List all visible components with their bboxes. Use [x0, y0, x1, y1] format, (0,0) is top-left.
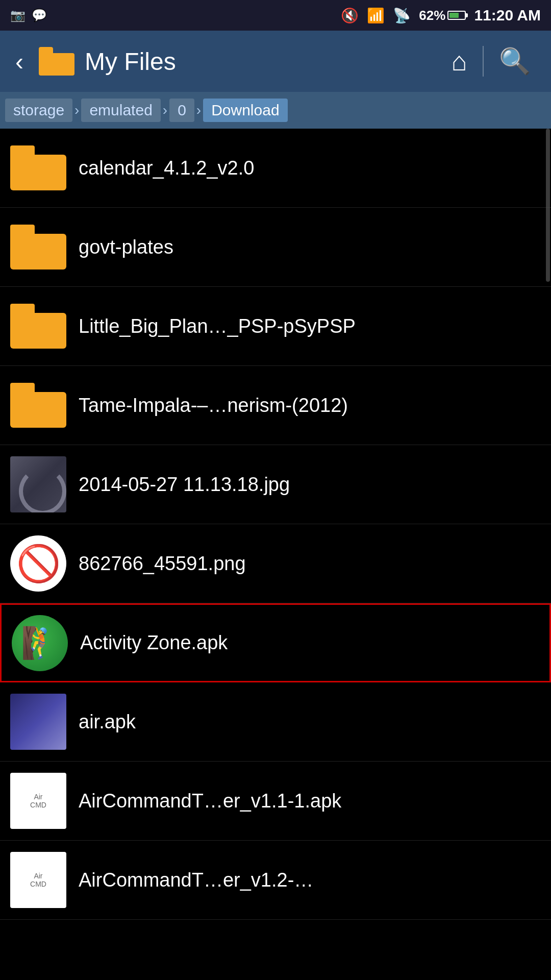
- list-item[interactable]: 🚫 862766_45591.png: [0, 524, 551, 603]
- file-name: Tame-Impala-–…nerism-(2012): [79, 395, 541, 416]
- back-button[interactable]: ‹: [10, 42, 29, 81]
- image-thumbnail: 🚫: [10, 535, 66, 592]
- folder-icon: [39, 47, 74, 76]
- camera-icon: 📷: [10, 8, 26, 22]
- battery-status: 62%: [419, 8, 466, 23]
- battery-icon: [447, 11, 466, 20]
- file-name: Little_Big_Plan…_PSP-pSyPSP: [79, 315, 541, 337]
- breadcrumb-0[interactable]: 0: [169, 99, 194, 122]
- search-button[interactable]: 🔍: [489, 41, 541, 81]
- list-item[interactable]: AirCMD AirCommandT…er_v1.2-…: [0, 841, 551, 920]
- breadcrumb-arrow-3: ›: [194, 102, 203, 118]
- nophone-image: 🚫: [10, 535, 66, 592]
- file-name: AirCommandT…er_v1.1-1.apk: [79, 790, 541, 812]
- file-name: Activity Zone.apk: [80, 632, 539, 654]
- list-item-selected[interactable]: 🧗 Activity Zone.apk: [0, 603, 551, 682]
- aircommand-v1-icon: AirCMD: [10, 773, 66, 829]
- list-item[interactable]: Little_Big_Plan…_PSP-pSyPSP: [0, 287, 551, 366]
- breadcrumb-arrow-1: ›: [72, 102, 81, 118]
- folder-icon-thumb: [10, 383, 66, 428]
- status-left-icons: 📷 💬: [10, 8, 47, 22]
- file-name: AirCommandT…er_v1.2-…: [79, 869, 541, 891]
- breadcrumb-arrow-2: ›: [161, 102, 169, 118]
- file-name: 2014-05-27 11.13.18.jpg: [79, 474, 541, 496]
- folder-thumbnail: [10, 298, 66, 354]
- list-item[interactable]: AirCMD AirCommandT…er_v1.1-1.apk: [0, 762, 551, 841]
- mute-icon: 🔇: [341, 7, 359, 24]
- page-title: My Files: [85, 47, 431, 76]
- breadcrumb-storage[interactable]: storage: [5, 99, 72, 122]
- file-name: air.apk: [79, 711, 541, 733]
- folder-thumbnail: [10, 140, 66, 196]
- image-thumbnail: [10, 456, 66, 512]
- time-display: 11:20 AM: [474, 7, 541, 24]
- activity-zone-icon: 🧗: [12, 615, 68, 671]
- apk-thumbnail: AirCMD: [10, 852, 66, 908]
- file-list: calendar_4.1.2_v2.0 govt-plates Little_B…: [0, 129, 551, 920]
- aircommand-v2-icon: AirCMD: [10, 852, 66, 908]
- apk-thumbnail: [10, 694, 66, 750]
- breadcrumb-emulated[interactable]: emulated: [81, 99, 160, 122]
- file-name: 862766_45591.png: [79, 553, 541, 575]
- breadcrumb: storage › emulated › 0 › Download: [0, 92, 551, 129]
- battery-fill: [449, 13, 458, 18]
- folder-thumbnail: [10, 377, 66, 433]
- title-bar: ‹ My Files ⌂ 🔍: [0, 31, 551, 92]
- list-item[interactable]: calendar_4.1.2_v2.0: [0, 129, 551, 208]
- list-item[interactable]: 2014-05-27 11.13.18.jpg: [0, 445, 551, 524]
- status-right-icons: 🔇 📶 📡 62% 11:20 AM: [341, 7, 541, 24]
- apk-thumbnail: AirCMD: [10, 773, 66, 829]
- breadcrumb-download[interactable]: Download: [203, 99, 287, 122]
- list-item[interactable]: air.apk: [0, 682, 551, 762]
- apk-thumbnail: 🧗: [12, 615, 68, 671]
- folder-icon-thumb: [10, 225, 66, 270]
- action-divider: [483, 46, 484, 77]
- file-name: govt-plates: [79, 236, 541, 258]
- battery-percent: 62%: [419, 8, 445, 23]
- file-name: calendar_4.1.2_v2.0: [79, 157, 541, 179]
- folder-icon-thumb: [10, 145, 66, 190]
- scroll-indicator: [546, 129, 550, 282]
- chat-icon: 💬: [32, 8, 47, 22]
- title-actions: ⌂ 🔍: [441, 41, 541, 82]
- signal-icon: 📡: [393, 7, 411, 24]
- list-item[interactable]: govt-plates: [0, 208, 551, 287]
- folder-icon-thumb: [10, 304, 66, 349]
- hurricane-image: [10, 456, 66, 512]
- home-button[interactable]: ⌂: [441, 41, 478, 82]
- list-item[interactable]: Tame-Impala-–…nerism-(2012): [0, 366, 551, 445]
- wifi-icon: 📶: [367, 7, 385, 24]
- status-bar: 📷 💬 🔇 📶 📡 62% 11:20 AM: [0, 0, 551, 31]
- folder-thumbnail: [10, 219, 66, 275]
- air-apk-icon: [10, 694, 66, 750]
